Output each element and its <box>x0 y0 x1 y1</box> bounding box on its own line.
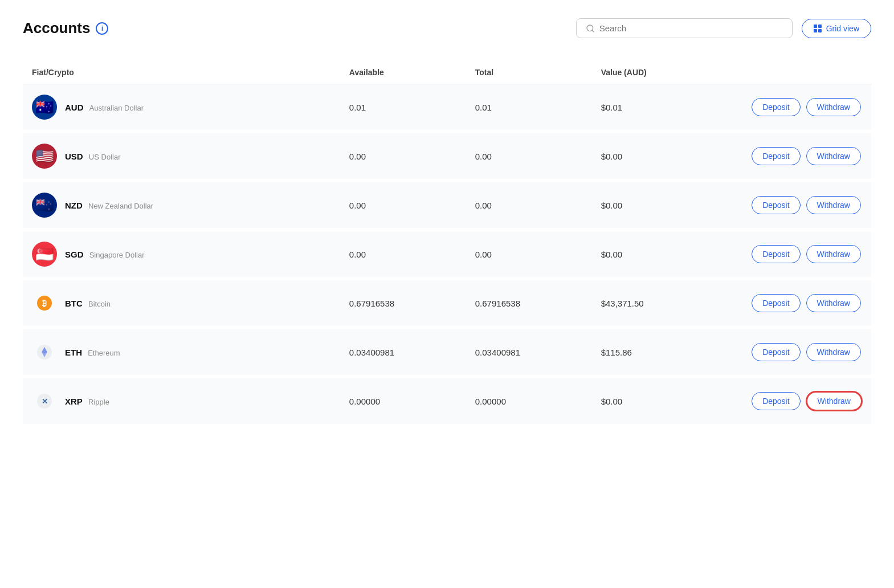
currency-name: Singapore Dollar <box>89 251 145 259</box>
available-cell: 0.00 <box>340 230 466 279</box>
deposit-button[interactable]: Deposit <box>752 343 800 361</box>
table-row: 🇺🇸 USD US Dollar 0.00 0.00 $0.00 Deposit… <box>23 132 871 181</box>
table-row: 🇳🇿 NZD New Zealand Dollar 0.00 0.00 $0.0… <box>23 181 871 230</box>
currency-code: BTC <box>65 299 83 308</box>
actions-cell: Deposit Withdraw <box>742 84 871 132</box>
currency-code: ETH <box>65 348 82 357</box>
withdraw-button[interactable]: Withdraw <box>806 196 861 214</box>
currency-info: BTC Bitcoin <box>65 299 111 308</box>
withdraw-button[interactable]: Withdraw <box>806 147 861 165</box>
svg-line-1 <box>592 30 594 32</box>
deposit-button[interactable]: Deposit <box>752 98 800 116</box>
available-cell: 0.67916538 <box>340 279 466 328</box>
col-header-fiat-crypto: Fiat/Crypto <box>23 61 340 84</box>
search-box[interactable] <box>576 18 793 38</box>
total-cell: 0.00 <box>466 132 592 181</box>
table-header-row: Fiat/Crypto Available Total Value (AUD) <box>23 61 871 84</box>
actions-cell: Deposit Withdraw <box>742 181 871 230</box>
currency-flag: 🇸🇬 <box>32 242 57 267</box>
search-input[interactable] <box>599 23 783 33</box>
currency-code: USD <box>65 152 83 161</box>
value-cell: $0.01 <box>592 84 743 132</box>
currency-cell: ETH Ethereum <box>23 328 340 377</box>
currency-info: AUD Australian Dollar <box>65 103 144 112</box>
currency-cell: 🇸🇬 SGD Singapore Dollar <box>23 230 340 279</box>
currency-name: New Zealand Dollar <box>88 202 153 210</box>
currency-cell: 🇳🇿 NZD New Zealand Dollar <box>23 181 340 230</box>
header-left: Accounts i <box>23 19 108 37</box>
total-cell: 0.00 <box>466 230 592 279</box>
currency-flag: ✕ <box>32 389 57 414</box>
currency-name: Australian Dollar <box>89 104 144 112</box>
header-right: Grid view <box>576 18 871 38</box>
actions-cell: Deposit Withdraw <box>742 132 871 181</box>
currency-code: AUD <box>65 103 84 112</box>
currency-name: Bitcoin <box>88 300 111 308</box>
table-row: ETH Ethereum 0.03400981 0.03400981 $115.… <box>23 328 871 377</box>
currency-info: ETH Ethereum <box>65 348 120 357</box>
available-cell: 0.00 <box>340 132 466 181</box>
currency-name: Ethereum <box>88 349 120 357</box>
value-cell: $0.00 <box>592 230 743 279</box>
accounts-table: Fiat/Crypto Available Total Value (AUD) … <box>23 61 871 427</box>
info-icon[interactable]: i <box>96 22 108 35</box>
page-header: Accounts i Grid view <box>23 18 871 38</box>
svg-text:₿: ₿ <box>42 299 47 308</box>
col-header-total: Total <box>466 61 592 84</box>
withdraw-button[interactable]: Withdraw <box>806 294 861 312</box>
currency-cell: 🇺🇸 USD US Dollar <box>23 132 340 181</box>
available-cell: 0.03400981 <box>340 328 466 377</box>
table-row: ✕ XRP Ripple 0.00000 0.00000 $0.00 Depos… <box>23 377 871 426</box>
actions-cell: Deposit Withdraw <box>742 328 871 377</box>
value-cell: $115.86 <box>592 328 743 377</box>
svg-text:✕: ✕ <box>42 397 48 406</box>
total-cell: 0.00 <box>466 181 592 230</box>
withdraw-button[interactable]: Withdraw <box>806 98 861 116</box>
currency-cell: ✕ XRP Ripple <box>23 377 340 426</box>
deposit-button[interactable]: Deposit <box>752 294 800 312</box>
deposit-button[interactable]: Deposit <box>752 147 800 165</box>
deposit-button[interactable]: Deposit <box>752 196 800 214</box>
total-cell: 0.67916538 <box>466 279 592 328</box>
grid-view-button[interactable]: Grid view <box>802 19 871 38</box>
available-cell: 0.00 <box>340 181 466 230</box>
withdraw-button[interactable]: Withdraw <box>806 343 861 361</box>
value-cell: $0.00 <box>592 181 743 230</box>
grid-icon <box>814 24 822 32</box>
currency-name: Ripple <box>88 398 109 406</box>
currency-code: SGD <box>65 250 84 259</box>
currency-code: NZD <box>65 201 83 210</box>
deposit-button[interactable]: Deposit <box>752 245 800 263</box>
table-row: ₿ BTC Bitcoin 0.67916538 0.67916538 $43,… <box>23 279 871 328</box>
withdraw-button[interactable]: Withdraw <box>806 245 861 263</box>
deposit-button[interactable]: Deposit <box>752 392 800 410</box>
table-row: 🇸🇬 SGD Singapore Dollar 0.00 0.00 $0.00 … <box>23 230 871 279</box>
currency-cell: ₿ BTC Bitcoin <box>23 279 340 328</box>
actions-cell: Deposit Withdraw <box>742 279 871 328</box>
currency-info: NZD New Zealand Dollar <box>65 201 153 210</box>
currency-code: XRP <box>65 397 83 406</box>
value-cell: $0.00 <box>592 132 743 181</box>
actions-cell: Deposit Withdraw <box>742 377 871 426</box>
available-cell: 0.00000 <box>340 377 466 426</box>
currency-flag: 🇺🇸 <box>32 144 57 169</box>
currency-flag: ₿ <box>32 291 57 316</box>
currency-info: USD US Dollar <box>65 152 120 161</box>
table-row: 🇦🇺 AUD Australian Dollar 0.01 0.01 $0.01… <box>23 84 871 132</box>
total-cell: 0.01 <box>466 84 592 132</box>
currency-flag: 🇦🇺 <box>32 95 57 120</box>
total-cell: 0.03400981 <box>466 328 592 377</box>
withdraw-button[interactable]: Withdraw <box>806 391 862 411</box>
currency-info: SGD Singapore Dollar <box>65 250 145 259</box>
currency-flag: 🇳🇿 <box>32 193 57 218</box>
currency-flag <box>32 340 57 365</box>
col-header-available: Available <box>340 61 466 84</box>
actions-cell: Deposit Withdraw <box>742 230 871 279</box>
col-header-value: Value (AUD) <box>592 61 743 84</box>
currency-name: US Dollar <box>89 153 121 161</box>
total-cell: 0.00000 <box>466 377 592 426</box>
col-header-actions <box>742 61 871 84</box>
value-cell: $0.00 <box>592 377 743 426</box>
value-cell: $43,371.50 <box>592 279 743 328</box>
page-title: Accounts <box>23 19 90 37</box>
